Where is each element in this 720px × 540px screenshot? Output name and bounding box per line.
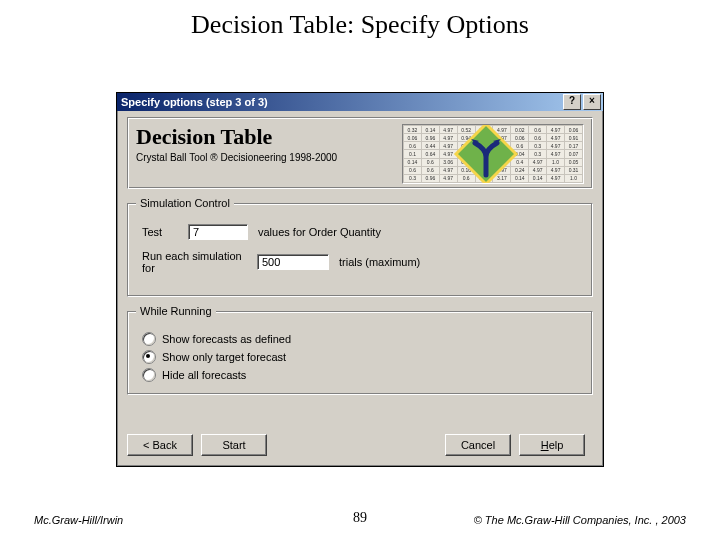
close-icon[interactable]: × bbox=[583, 94, 601, 110]
header-subtitle: Crystal Ball Tool ® Decisioneering 1998-… bbox=[136, 152, 337, 163]
page-number: 89 bbox=[353, 510, 367, 526]
group-legend: While Running bbox=[136, 305, 216, 317]
radio-label: Show forecasts as defined bbox=[162, 333, 291, 345]
test-label: Test bbox=[142, 226, 188, 238]
start-button[interactable]: Start bbox=[201, 434, 267, 456]
back-button[interactable]: < Back bbox=[127, 434, 193, 456]
header-title: Decision Table bbox=[136, 124, 337, 150]
radio-icon[interactable] bbox=[142, 332, 156, 346]
button-row: < Back Start Cancel Help bbox=[127, 434, 593, 456]
titlebar-text: Specify options (step 3 of 3) bbox=[121, 96, 268, 108]
run-suffix: trials (maximum) bbox=[339, 256, 420, 268]
group-while-running: While Running Show forecasts as definedS… bbox=[127, 311, 593, 395]
titlebar: Specify options (step 3 of 3) ? × bbox=[117, 93, 603, 111]
header-graphic: 0.320.144.970.520.944.970.020.64.970.060… bbox=[402, 124, 584, 184]
radio-option[interactable]: Show only target forecast bbox=[142, 350, 578, 364]
header-panel: Decision Table Crystal Ball Tool ® Decis… bbox=[127, 117, 593, 189]
radio-icon[interactable] bbox=[142, 350, 156, 364]
group-legend: Simulation Control bbox=[136, 197, 234, 209]
radio-label: Hide all forecasts bbox=[162, 369, 246, 381]
run-value-input[interactable] bbox=[257, 254, 329, 270]
slide-title: Decision Table: Specify Options bbox=[0, 10, 720, 40]
cancel-button[interactable]: Cancel bbox=[445, 434, 511, 456]
group-simulation-control: Simulation Control Test values for Order… bbox=[127, 203, 593, 297]
radio-label: Show only target forecast bbox=[162, 351, 286, 363]
radio-icon[interactable] bbox=[142, 368, 156, 382]
radio-option[interactable]: Show forecasts as defined bbox=[142, 332, 578, 346]
test-value-input[interactable] bbox=[188, 224, 248, 240]
fork-road-icon bbox=[451, 124, 521, 184]
radio-option[interactable]: Hide all forecasts bbox=[142, 368, 578, 382]
help-icon[interactable]: ? bbox=[563, 94, 581, 110]
test-suffix: values for Order Quantity bbox=[258, 226, 381, 238]
footer-left: Mc.Graw-Hill/Irwin bbox=[34, 514, 123, 526]
footer-right: © The Mc.Graw-Hill Companies, Inc. , 200… bbox=[474, 514, 686, 526]
run-label: Run each simulation for bbox=[142, 250, 257, 274]
help-button[interactable]: Help bbox=[519, 434, 585, 456]
dialog-window: Specify options (step 3 of 3) ? × Decisi… bbox=[116, 92, 604, 467]
